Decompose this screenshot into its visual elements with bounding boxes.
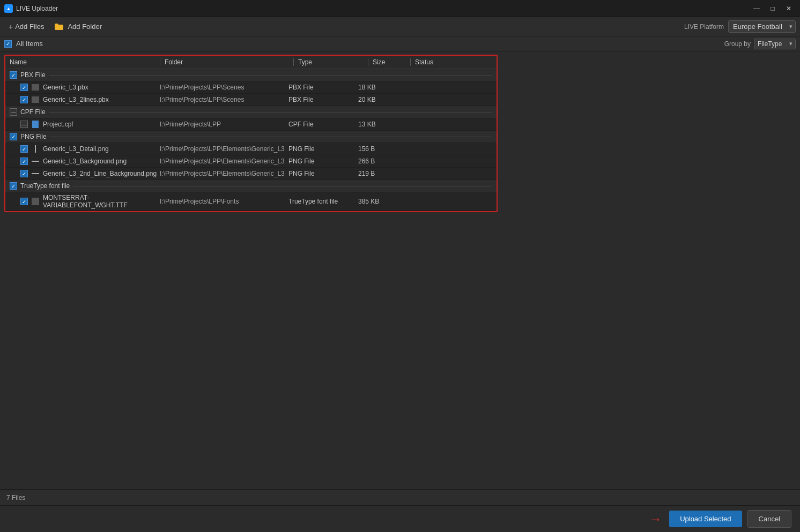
folder-icon	[55, 24, 63, 30]
platform-dropdown[interactable]: Europe Football Asia Football US Footbal…	[728, 20, 796, 33]
file-name-cell: Generic_L3_Background.png	[10, 157, 160, 166]
file-type-cell: TrueType font file	[288, 198, 358, 205]
col-divider-4	[410, 58, 411, 66]
arrow-right-icon: →	[649, 512, 662, 527]
file-folder-cell: I:\Prime\Projects\LPP\Scenes	[160, 96, 288, 103]
all-items-label: All Items	[16, 40, 43, 48]
group-cpf-line	[49, 112, 492, 113]
col-type-header: Type	[298, 58, 368, 66]
png-thin-icon	[31, 145, 40, 153]
table-container: Name Folder Type Size Status PBX File	[0, 51, 800, 489]
col-status-header: Status	[415, 58, 458, 66]
file-count: 7 Files	[6, 494, 25, 501]
group-by-dropdown[interactable]: FileType Folder None	[754, 39, 796, 49]
file-checkbox[interactable]	[20, 158, 28, 165]
maximize-button[interactable]: □	[766, 3, 780, 14]
file-type-cell: PNG File	[288, 145, 358, 153]
file-name-cell: Generic_L3_2nd_Line_Background.png	[10, 169, 160, 178]
file-checkbox[interactable]	[20, 145, 28, 153]
platform-dropdown-wrapper: Europe Football Asia Football US Footbal…	[728, 20, 796, 33]
table-row: Project.cpf I:\Prime\Projects\LPP CPF Fi…	[5, 118, 497, 131]
table-row: Generic_L3_2nd_Line_Background.png I:\Pr…	[5, 168, 497, 180]
file-size-cell: 20 KB	[358, 96, 396, 103]
group-by-section: Group by FileType Folder None	[724, 39, 796, 49]
file-size-cell: 266 B	[358, 158, 396, 165]
col-divider-1	[160, 58, 160, 66]
file-name-cell: Project.cpf	[10, 120, 160, 129]
add-files-button[interactable]: + Add Files	[4, 20, 48, 33]
app-icon: ▲	[4, 4, 13, 13]
group-pbx-line	[49, 75, 492, 76]
add-files-icon: +	[9, 23, 13, 31]
file-size-cell: 219 B	[358, 170, 396, 177]
file-type-cell: PNG File	[288, 170, 358, 177]
pbx-icon	[31, 83, 40, 92]
minimize-button[interactable]: —	[750, 3, 764, 14]
file-size-cell: 13 KB	[358, 121, 396, 128]
status-bar: 7 Files	[0, 489, 800, 505]
cancel-button[interactable]: Cancel	[747, 510, 791, 528]
file-checkbox[interactable]	[20, 198, 28, 205]
file-name: Generic_L3_2lines.pbx	[43, 96, 109, 103]
table-row: Generic_L3_2lines.pbx I:\Prime\Projects\…	[5, 94, 497, 106]
add-files-label: Add Files	[15, 23, 44, 31]
file-name: Generic_L3.pbx	[43, 84, 88, 91]
png-dash-icon	[31, 169, 40, 178]
group-header-ttf: TrueType font file	[5, 180, 497, 192]
file-folder-cell: I:\Prime\Projects\LPP\Elements\Generic_L…	[160, 170, 288, 177]
file-name: Generic_L3_Detail.png	[43, 145, 109, 153]
png-dash-icon	[31, 157, 40, 166]
file-type-cell: PNG File	[288, 158, 358, 165]
ttf-icon	[31, 197, 40, 206]
window-controls: — □ ✕	[750, 3, 796, 14]
group-header-pbx: PBX File	[5, 69, 497, 81]
file-checkbox[interactable]	[20, 121, 28, 128]
group-png-checkbox[interactable]	[10, 133, 17, 140]
group-ttf-label: TrueType font file	[20, 182, 70, 190]
file-type-cell: CPF File	[288, 121, 358, 128]
title-bar: ▲ LIVE Uploader — □ ✕	[0, 0, 800, 17]
file-name: MONTSERRAT-VARIABLEFONT_WGHT.TTF	[43, 194, 160, 209]
add-folder-label: Add Folder	[68, 23, 102, 31]
file-name: Generic_L3_2nd_Line_Background.png	[43, 170, 157, 177]
pbx-icon	[31, 95, 40, 104]
file-name: Project.cpf	[43, 121, 73, 128]
col-divider-2	[293, 58, 294, 66]
group-cpf-label: CPF File	[20, 108, 46, 116]
file-name: Generic_L3_Background.png	[43, 158, 127, 165]
all-items-checkbox[interactable]	[4, 40, 12, 48]
group-pbx-checkbox[interactable]	[10, 71, 17, 79]
col-name-header: Name	[10, 58, 160, 66]
platform-label: LIVE Platform	[684, 23, 724, 31]
group-ttf-line	[73, 186, 492, 186]
col-size-header: Size	[373, 58, 410, 66]
close-button[interactable]: ✕	[782, 3, 796, 14]
col-divider-3	[368, 58, 368, 66]
file-folder-cell: I:\Prime\Projects\LPP\Elements\Generic_L…	[160, 158, 288, 165]
file-checkbox[interactable]	[20, 96, 28, 103]
upload-selected-button[interactable]: Upload Selected	[669, 511, 742, 527]
file-name-cell: MONTSERRAT-VARIABLEFONT_WGHT.TTF	[10, 194, 160, 209]
file-name-cell: Generic_L3_2lines.pbx	[10, 95, 160, 104]
cpf-icon	[31, 120, 40, 129]
file-checkbox[interactable]	[20, 84, 28, 91]
file-size-cell: 385 KB	[358, 198, 396, 205]
add-folder-button[interactable]: Add Folder	[50, 20, 106, 33]
action-bar: → Upload Selected Cancel	[0, 505, 800, 532]
group-pbx-label: PBX File	[20, 71, 46, 79]
file-type-cell: PBX File	[288, 84, 358, 91]
file-checkbox[interactable]	[20, 170, 28, 177]
group-ttf-checkbox[interactable]	[10, 182, 17, 190]
window-title: LIVE Uploader	[16, 5, 750, 12]
group-cpf-checkbox[interactable]	[10, 108, 17, 116]
table-row: Generic_L3_Detail.png I:\Prime\Projects\…	[5, 143, 497, 155]
table-row: Generic_L3.pbx I:\Prime\Projects\LPP\Sce…	[5, 81, 497, 94]
file-folder-cell: I:\Prime\Projects\LPP	[160, 121, 288, 128]
group-header-png: PNG File	[5, 131, 497, 143]
toolbar-right: LIVE Platform Europe Football Asia Footb…	[684, 20, 796, 33]
file-list-box: Name Folder Type Size Status PBX File	[4, 55, 498, 212]
group-png-line	[50, 137, 492, 137]
file-type-cell: PBX File	[288, 96, 358, 103]
file-folder-cell: I:\Prime\Projects\LPP\Elements\Generic_L…	[160, 145, 288, 153]
file-name-cell: Generic_L3.pbx	[10, 83, 160, 92]
